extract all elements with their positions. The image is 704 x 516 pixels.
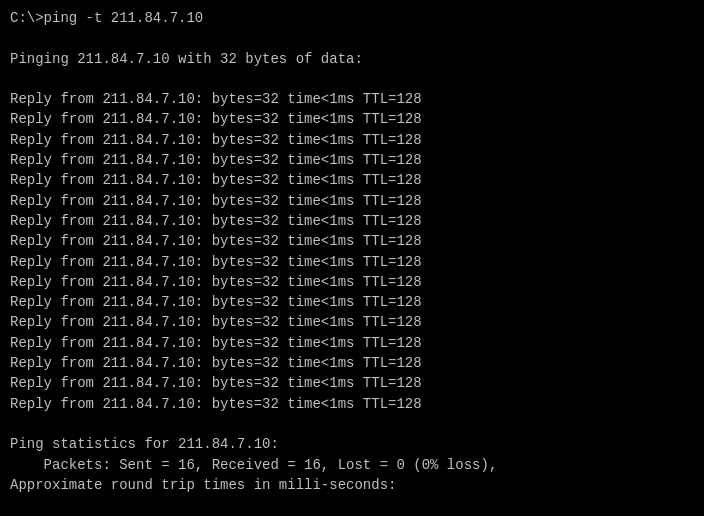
approx-line: Approximate round trip times in milli-se…: [10, 475, 694, 495]
reply-line-1: Reply from 211.84.7.10: bytes=32 time<1m…: [10, 89, 694, 109]
reply-line-11: Reply from 211.84.7.10: bytes=32 time<1m…: [10, 292, 694, 312]
reply-line-5: Reply from 211.84.7.10: bytes=32 time<1m…: [10, 170, 694, 190]
reply-line-13: Reply from 211.84.7.10: bytes=32 time<1m…: [10, 333, 694, 353]
command-line: C:\>ping -t 211.84.7.10: [10, 8, 694, 28]
pinging-line: Pinging 211.84.7.10 with 32 bytes of dat…: [10, 49, 694, 69]
reply-line-15: Reply from 211.84.7.10: bytes=32 time<1m…: [10, 373, 694, 393]
reply-line-2: Reply from 211.84.7.10: bytes=32 time<1m…: [10, 109, 694, 129]
packets-line: Packets: Sent = 16, Received = 16, Lost …: [10, 455, 694, 475]
empty-line-2: [10, 69, 694, 89]
reply-line-12: Reply from 211.84.7.10: bytes=32 time<1m…: [10, 312, 694, 332]
reply-line-4: Reply from 211.84.7.10: bytes=32 time<1m…: [10, 150, 694, 170]
empty-line-1: [10, 28, 694, 48]
terminal-window: C:\>ping -t 211.84.7.10 Pinging 211.84.7…: [0, 0, 704, 516]
reply-line-8: Reply from 211.84.7.10: bytes=32 time<1m…: [10, 231, 694, 251]
reply-line-10: Reply from 211.84.7.10: bytes=32 time<1m…: [10, 272, 694, 292]
reply-line-16: Reply from 211.84.7.10: bytes=32 time<1m…: [10, 394, 694, 414]
reply-line-14: Reply from 211.84.7.10: bytes=32 time<1m…: [10, 353, 694, 373]
stats-header: Ping statistics for 211.84.7.10:: [10, 434, 694, 454]
reply-line-3: Reply from 211.84.7.10: bytes=32 time<1m…: [10, 130, 694, 150]
reply-line-6: Reply from 211.84.7.10: bytes=32 time<1m…: [10, 191, 694, 211]
reply-line-9: Reply from 211.84.7.10: bytes=32 time<1m…: [10, 252, 694, 272]
reply-line-7: Reply from 211.84.7.10: bytes=32 time<1m…: [10, 211, 694, 231]
empty-line-3: [10, 414, 694, 434]
